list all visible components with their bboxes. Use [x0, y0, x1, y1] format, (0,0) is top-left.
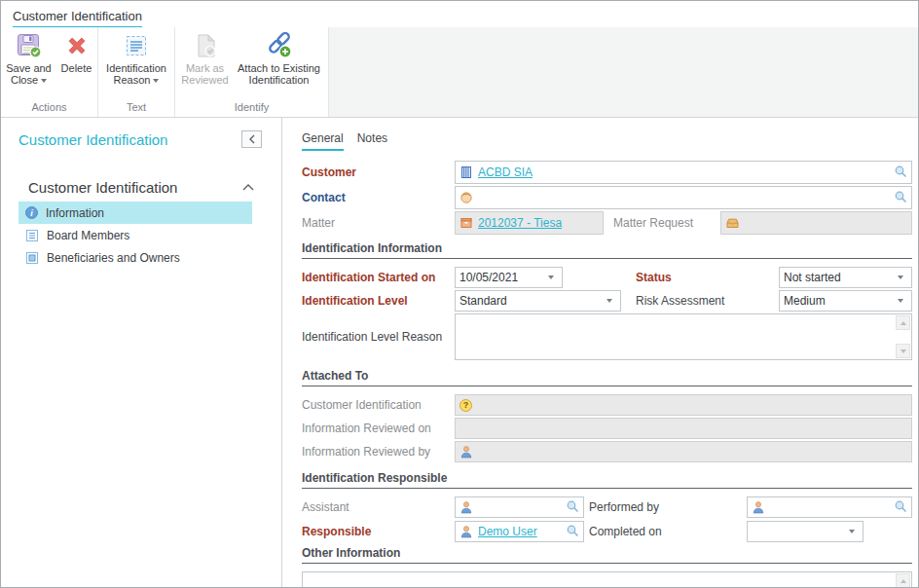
identification-level-label: Identification Level: [302, 294, 455, 308]
customer-link[interactable]: ACBD SIA: [478, 165, 533, 179]
ribbon-group-label-identify: Identify: [175, 100, 328, 117]
responsible-link[interactable]: Demo User: [478, 525, 537, 538]
search-icon[interactable]: [566, 524, 579, 540]
dropdown-caret-icon[interactable]: [603, 299, 616, 303]
dropdown-caret-icon[interactable]: [894, 299, 907, 303]
customer-label: Customer: [302, 165, 455, 179]
matter-request-field[interactable]: [720, 211, 912, 235]
dropdown-caret-icon[interactable]: [894, 276, 907, 279]
list-icon: [25, 229, 39, 242]
attach-to-existing-identification-label: Attach to Existing Identification: [238, 62, 320, 86]
other-information-textarea[interactable]: [302, 571, 912, 588]
risk-assessment-value: Medium: [784, 294, 826, 308]
person-icon: [460, 445, 473, 459]
matter-field[interactable]: 2012037 - Tiesa: [455, 211, 604, 235]
navigation-sidebar: Customer Identification Customer Identif…: [1, 118, 282, 588]
section-other-information: Other Information: [302, 546, 912, 564]
person-icon: [460, 500, 473, 514]
identification-level-value: Standard: [460, 294, 507, 308]
ribbon-empty-area: [329, 27, 918, 117]
dropdown-caret-icon[interactable]: [845, 530, 859, 533]
contact-field[interactable]: [455, 186, 912, 209]
matter-label: Matter: [302, 216, 455, 230]
information-reviewed-by-label: Information Reviewed by: [302, 445, 455, 459]
scroll-up-icon[interactable]: [896, 573, 910, 588]
ribbon-tab-customer-identification[interactable]: Customer Identification: [13, 9, 142, 28]
matter-link[interactable]: 2012037 - Tiesa: [478, 216, 562, 230]
mark-as-reviewed-label: Mark as Reviewed: [181, 62, 228, 86]
person-icon: [460, 525, 473, 538]
mark-as-reviewed-button[interactable]: Mark as Reviewed: [178, 30, 233, 86]
dropdown-caret-icon: [41, 79, 47, 83]
risk-assessment-combobox[interactable]: Medium: [779, 290, 912, 312]
company-icon: [460, 165, 473, 179]
info-icon: i: [25, 206, 38, 219]
identification-level-combobox[interactable]: Standard: [455, 290, 621, 312]
search-icon[interactable]: [894, 165, 907, 181]
ribbon: Customer Identification: [1, 1, 918, 118]
sidebar-item-label: Beneficiaries and Owners: [47, 251, 180, 265]
section-identification-responsible: Identification Responsible: [302, 471, 912, 489]
information-reviewed-on-field: [455, 418, 912, 439]
matter-box-icon: [460, 216, 473, 230]
attach-icon: [266, 32, 293, 59]
assistant-field[interactable]: [455, 496, 584, 518]
contact-person-icon: [460, 191, 473, 204]
scroll-up-icon[interactable]: [896, 315, 910, 330]
section-identification-information: Identification Information: [302, 241, 912, 259]
delete-label: Delete: [61, 62, 92, 74]
sidebar-collapse-button[interactable]: [241, 130, 262, 148]
sidebar-item-information[interactable]: i Information: [18, 202, 252, 224]
identification-level-reason-textarea[interactable]: [455, 313, 912, 360]
performed-by-label: Performed by: [589, 500, 747, 514]
save-and-close-button[interactable]: Save and Close: [2, 30, 56, 86]
risk-assessment-label: Risk Assessment: [636, 294, 779, 308]
responsible-field[interactable]: Demo User: [455, 521, 584, 542]
status-value: Not started: [784, 271, 841, 284]
performed-by-field[interactable]: [747, 496, 912, 518]
delete-button[interactable]: Delete: [56, 30, 97, 74]
contact-label: Contact: [302, 191, 455, 204]
save-icon: [16, 32, 43, 59]
ribbon-group-text: Identification Reason Text: [98, 27, 175, 117]
search-icon[interactable]: [894, 499, 907, 516]
dropdown-caret-icon[interactable]: [544, 276, 558, 279]
tab-general[interactable]: General: [302, 131, 344, 151]
attach-to-existing-identification-button[interactable]: Attach to Existing Identification: [233, 30, 326, 86]
chevron-left-icon: [248, 134, 256, 144]
question-icon: ?: [460, 399, 472, 412]
ribbon-group-label-text: Text: [98, 100, 174, 117]
ribbon-group-identify: Mark as Reviewed Attach to Existing Iden…: [175, 27, 329, 117]
status-label: Status: [636, 271, 779, 284]
identification-started-on-combobox[interactable]: 10/05/2021: [455, 267, 563, 288]
customer-field[interactable]: ACBD SIA: [455, 161, 912, 184]
identification-started-on-label: Identification Started on: [302, 271, 455, 284]
detail-form: General Notes Customer ACBD SIA: [282, 118, 918, 588]
customer-identification-label: Customer Identification: [302, 398, 455, 412]
delete-icon: [63, 32, 91, 59]
matter-request-label: Matter Request: [613, 216, 720, 230]
assistant-label: Assistant: [302, 500, 455, 514]
ribbon-group-label-actions: Actions: [1, 100, 97, 117]
grid-square-icon: [25, 251, 39, 265]
chevron-up-icon: [242, 184, 254, 191]
sidebar-item-board-members[interactable]: Board Members: [18, 224, 252, 246]
sidebar-item-beneficiaries-and-owners[interactable]: Beneficiaries and Owners: [18, 246, 252, 269]
search-icon[interactable]: [566, 499, 579, 516]
completed-on-label: Completed on: [589, 525, 747, 538]
identification-reason-button[interactable]: Identification Reason: [99, 30, 173, 86]
sidebar-item-label: Information: [46, 206, 104, 220]
tab-notes[interactable]: Notes: [357, 131, 387, 151]
status-combobox[interactable]: Not started: [779, 267, 912, 288]
completed-on-combobox[interactable]: [747, 521, 864, 542]
customer-identification-field: ?: [455, 394, 912, 416]
scroll-down-icon[interactable]: [896, 344, 910, 358]
ribbon-body: Save and Close Delete Actions: [1, 27, 918, 117]
drawer-icon: [725, 216, 740, 230]
ribbon-tab-row: Customer Identification: [1, 1, 918, 27]
search-icon[interactable]: [894, 190, 907, 206]
section-attached-to: Attached To: [302, 369, 912, 386]
sidebar-group-header[interactable]: Customer Identification: [28, 179, 254, 196]
person-icon: [752, 500, 765, 514]
form-tabs: General Notes: [302, 131, 912, 151]
